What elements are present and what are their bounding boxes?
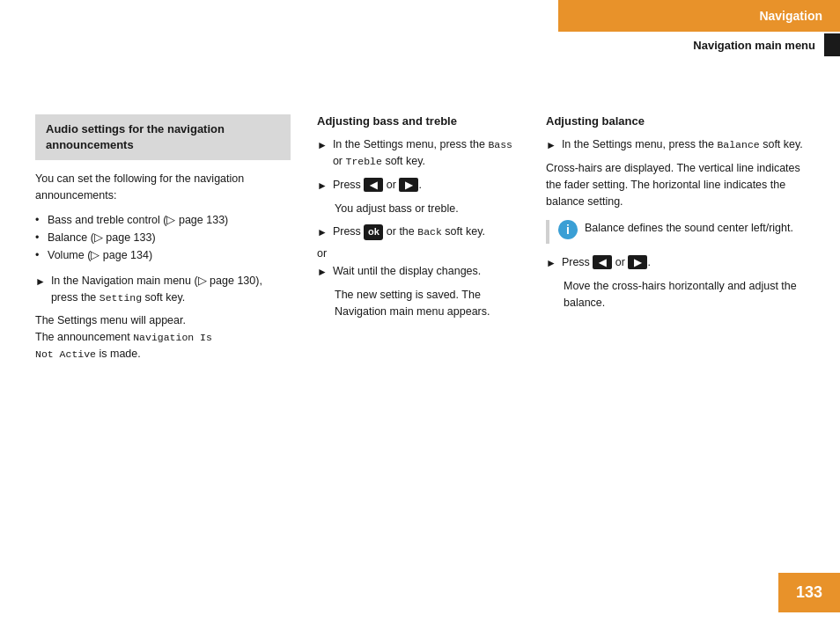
nav-subtitle-block — [824, 33, 840, 56]
arrow-item-balance-step2: ► Press ◀ or ▶. — [546, 254, 805, 271]
adjusting-bass-treble-title: Adjusting bass and treble — [317, 114, 519, 128]
intro-text: You can set the following for the naviga… — [35, 171, 291, 204]
bass-code: Bass — [488, 139, 512, 150]
arrow-icon-1: ► — [317, 137, 328, 153]
content-area: Audio settings for the navigation announ… — [35, 114, 805, 560]
info-box: i Balance defines the sound center left/… — [546, 220, 805, 244]
arrow-icon-b1: ► — [546, 137, 556, 153]
navigation-label: Navigation — [759, 9, 822, 23]
ok-btn-icon: ok — [364, 224, 383, 240]
page-number: 133 — [778, 573, 840, 612]
nav-code: Navigation IsNot Active — [35, 332, 212, 360]
arrow-item-step1: ► In the Settings menu, press the Bass o… — [317, 136, 519, 170]
arrow-icon-b2: ► — [546, 255, 556, 271]
left-column: Audio settings for the navigation announ… — [35, 114, 291, 560]
arrow-text-nav: In the Navigation main menu (▷ page 130)… — [51, 273, 291, 306]
step6-text: The new setting is saved. The Navigation… — [317, 287, 519, 320]
right-btn-icon-b: ▶ — [628, 255, 647, 269]
setting-code: Setting — [99, 292, 142, 304]
step1-text: In the Settings menu, press the Bass or … — [333, 136, 519, 170]
back-code: Back — [417, 226, 442, 238]
balance-step3-text: Move the cross-hairs horizontally and ad… — [546, 278, 805, 311]
left-btn-icon: ◀ — [364, 178, 383, 192]
list-item: Bass and treble control (▷ page 133) — [35, 211, 291, 229]
sidebar-box: Audio settings for the navigation announ… — [35, 114, 291, 160]
arrow-item-step5: ► Wait until the display changes. — [317, 263, 519, 280]
step3-text: You adjust bass or treble. — [317, 201, 519, 217]
navigation-tab: Navigation — [558, 0, 840, 32]
balance-step2-text: Press ◀ or ▶. — [562, 254, 805, 271]
step2-text: Press ◀ or ▶. — [333, 177, 519, 194]
adjusting-balance-title: Adjusting balance — [546, 114, 805, 128]
right-column: Adjusting balance ► In the Settings menu… — [546, 114, 805, 560]
right-btn-icon: ▶ — [399, 178, 418, 192]
info-icon: i — [558, 220, 578, 239]
arrow-icon-4: ► — [317, 264, 328, 280]
arrow-item-nav: ► In the Navigation main menu (▷ page 13… — [35, 273, 291, 306]
list-item: Volume (▷ page 134) — [35, 246, 291, 264]
balance-step1-text: In the Settings menu, press the Balance … — [562, 136, 805, 153]
arrow-item-step2: ► Press ◀ or ▶. — [317, 177, 519, 194]
arrow-item-step4: ► Press ok or the Back soft key. — [317, 223, 519, 240]
bullet-list: Bass and treble control (▷ page 133) Bal… — [35, 211, 291, 264]
or-text: or — [317, 247, 519, 260]
arrow-icon: ► — [35, 274, 46, 289]
info-content: Balance defines the sound center left/ri… — [585, 220, 805, 244]
arrow-icon-2: ► — [317, 178, 328, 194]
settings-note1: The Settings menu will appear.The announ… — [35, 312, 291, 362]
balance-desc1: Cross-hairs are displayed. The vertical … — [546, 160, 805, 209]
list-item: Balance (▷ page 133) — [35, 229, 291, 246]
info-text: Balance defines the sound center left/ri… — [585, 220, 805, 237]
header-section: Navigation Navigation main menu — [558, 0, 840, 56]
arrow-item-balance-step1: ► In the Settings menu, press the Balanc… — [546, 136, 805, 153]
middle-column: Adjusting bass and treble ► In the Setti… — [317, 114, 519, 560]
step4-text: Press ok or the Back soft key. — [333, 223, 519, 240]
nav-subtitle-bar: Navigation main menu — [558, 33, 840, 56]
step5-text: Wait until the display changes. — [333, 263, 519, 280]
arrow-icon-3: ► — [317, 224, 328, 240]
left-btn-icon-b: ◀ — [593, 255, 612, 269]
treble-code: Treble — [345, 156, 381, 167]
nav-subtitle: Navigation main menu — [693, 35, 824, 55]
sidebar-box-title: Audio settings for the navigation announ… — [46, 121, 280, 153]
balance-code: Balance — [717, 139, 759, 150]
info-bar — [546, 220, 549, 244]
